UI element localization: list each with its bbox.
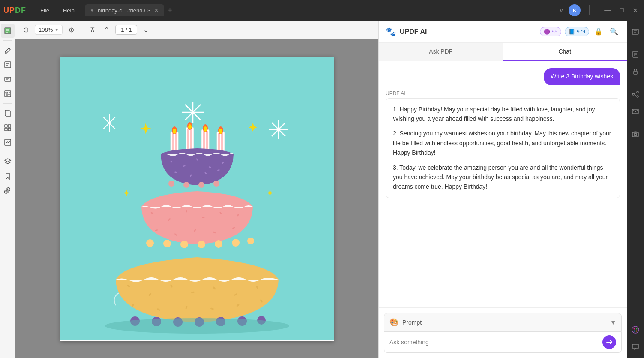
svg-point-119 — [637, 96, 638, 97]
svg-rect-109 — [632, 29, 638, 34]
ocr-tool-icon[interactable] — [628, 24, 643, 39]
far-right-divider-3 — [631, 123, 640, 123]
snapshot-icon[interactable] — [628, 126, 643, 142]
zoom-display: 108% ▼ — [35, 25, 63, 35]
svg-rect-18 — [8, 125, 11, 127]
ai-panel-header: 🐾 UPDF AI 🟣 95 📘 979 🔒 🔍 — [379, 21, 627, 43]
far-right-toolbar — [627, 21, 644, 358]
sidebar-bookmark-icon[interactable] — [1, 169, 15, 183]
header-right: 🟣 95 📘 979 🔒 🔍 — [540, 26, 620, 37]
prompt-area: 🎨 Prompt ▼ — [379, 307, 627, 358]
pdf-toolbar: ⊖ 108% ▼ ⊕ ⊼ ⌃ 1 / 1 ⌄ — [15, 21, 378, 39]
svg-rect-10 — [5, 91, 11, 97]
sidebar-attachment-icon[interactable] — [1, 184, 15, 198]
app-logo: UPDF — [3, 6, 26, 15]
svg-point-127 — [636, 328, 638, 330]
controls-divider — [589, 5, 590, 15]
ai-label: UPDF AI — [386, 90, 620, 96]
prompt-chevron-icon: ▼ — [610, 319, 616, 326]
sidebar-convert-icon[interactable] — [1, 135, 15, 149]
chat-area: Write 3 Birthday wishes UPDF AI 1. Happy… — [379, 61, 627, 307]
svg-point-82 — [180, 241, 188, 248]
send-button[interactable] — [602, 335, 616, 349]
svg-point-67 — [198, 182, 204, 188]
ai-response-block: UPDF AI 1. Happy Birthday! May your spec… — [386, 90, 620, 198]
user-message: Write 3 Birthday wishes — [386, 68, 620, 85]
svg-point-55 — [219, 129, 222, 134]
svg-point-107 — [105, 318, 289, 334]
ai-wish-3: 3. Today, we celebrate the amazing perso… — [393, 163, 613, 192]
window-dropdown-icon[interactable]: ∨ — [559, 7, 563, 14]
tab-close-icon[interactable]: ✕ — [154, 7, 159, 14]
sidebar-layers-icon[interactable] — [1, 155, 15, 168]
page-indicator: 1 / 1 — [115, 25, 137, 35]
svg-point-85 — [232, 239, 240, 247]
svg-rect-16 — [6, 111, 10, 117]
ai-logo-icon: 🐾 — [386, 27, 396, 37]
far-right-divider-1 — [631, 43, 640, 43]
svg-rect-19 — [5, 128, 7, 131]
ai-tabs: Ask PDF Chat — [379, 43, 627, 61]
zoom-dropdown-icon[interactable]: ▼ — [54, 27, 59, 32]
menu-help[interactable]: Help — [60, 6, 78, 15]
prompt-input-area — [384, 332, 622, 353]
sidebar-annotate-icon[interactable] — [1, 58, 15, 72]
zoom-value: 108% — [39, 27, 53, 33]
sidebar-organize-icon[interactable] — [1, 121, 15, 135]
close-button[interactable]: ✕ — [630, 6, 641, 15]
prompt-input[interactable] — [389, 339, 599, 346]
secure-icon[interactable] — [628, 64, 643, 79]
ai-assistant-icon[interactable] — [628, 322, 643, 337]
minimize-button[interactable]: — — [602, 6, 614, 15]
pdf-content — [15, 39, 378, 358]
sidebar-ocr-icon[interactable] — [1, 72, 15, 86]
sidebar-edit-icon[interactable] — [1, 43, 15, 57]
svg-point-129 — [636, 331, 638, 332]
ai-token-badge: 🟣 95 — [540, 27, 561, 36]
svg-rect-116 — [634, 71, 637, 74]
tab-ask-pdf[interactable]: Ask PDF — [379, 43, 503, 61]
sidebar-pages-icon[interactable] — [1, 106, 15, 120]
title-controls: ∨ K — □ ✕ — [559, 4, 641, 16]
svg-point-86 — [247, 238, 254, 244]
zoom-in-button[interactable]: ⊕ — [66, 24, 77, 36]
svg-marker-22 — [5, 159, 11, 162]
new-tab-button[interactable]: + — [168, 6, 172, 15]
ai-token-icon: 🟣 — [544, 29, 550, 35]
svg-point-124 — [634, 133, 637, 136]
svg-line-121 — [634, 95, 637, 96]
menu-file[interactable]: File — [37, 6, 53, 15]
tab-chat[interactable]: Chat — [503, 43, 627, 61]
share-icon[interactable] — [628, 87, 643, 102]
svg-point-40 — [173, 129, 176, 134]
prev-page-button[interactable]: ⌃ — [101, 24, 112, 36]
next-page-button[interactable]: ⌄ — [141, 24, 151, 36]
tab-arrow: ▼ — [90, 8, 94, 13]
sidebar-divider-1 — [3, 40, 12, 41]
file-tab[interactable]: ▼ birthday-c...-friend-03 ✕ — [85, 4, 164, 16]
svg-point-45 — [188, 124, 192, 129]
ai-title: UPDF AI — [400, 28, 427, 36]
pdf-viewer: ⊖ 108% ▼ ⊕ ⊼ ⌃ 1 / 1 ⌄ — [15, 21, 378, 358]
ai-wish-2: 2. Sending you my warmest wishes on your… — [393, 129, 613, 157]
sidebar-form-icon[interactable] — [1, 87, 15, 101]
prompt-selector-left: 🎨 Prompt — [389, 318, 422, 327]
toolbar-divider-1 — [82, 25, 82, 35]
svg-point-117 — [637, 91, 638, 93]
maximize-button[interactable]: □ — [617, 6, 626, 15]
lock-icon[interactable]: 🔒 — [593, 26, 605, 37]
extract-icon[interactable] — [628, 47, 643, 62]
prompt-selector[interactable]: 🎨 Prompt ▼ — [384, 313, 622, 332]
pdf-token-icon: 📘 — [569, 29, 575, 35]
svg-point-128 — [634, 331, 635, 332]
zoom-out-button[interactable]: ⊖ — [21, 24, 31, 36]
svg-point-81 — [163, 240, 171, 247]
sidebar-reader-icon[interactable] — [1, 24, 15, 38]
chat-icon[interactable] — [628, 339, 643, 355]
email-icon[interactable] — [628, 104, 643, 119]
ai-message: 1. Happy Birthday! May your special day … — [386, 98, 620, 198]
sidebar-divider-3 — [3, 152, 12, 152]
search-header-icon[interactable]: 🔍 — [608, 26, 620, 37]
first-page-button[interactable]: ⊼ — [87, 24, 98, 36]
avatar: K — [569, 4, 581, 16]
